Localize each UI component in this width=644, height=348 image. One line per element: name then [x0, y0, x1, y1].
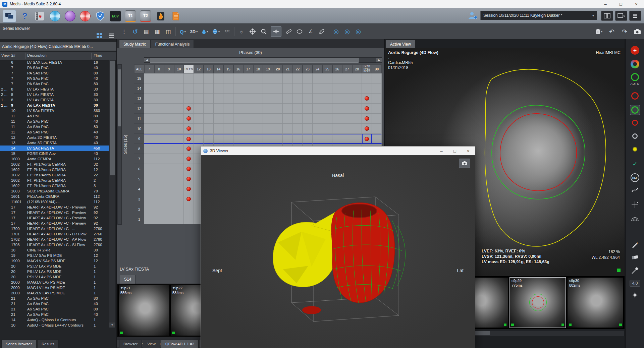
slice-row-header[interactable]: 14 [134, 83, 144, 94]
matrix-cell[interactable] [174, 204, 184, 214]
lv-epi-contour[interactable] [485, 69, 606, 246]
help-icon[interactable]: ? [18, 10, 31, 22]
series-row[interactable]: 1602FT: Ph1/Aorta CEMRA32 [0, 162, 109, 167]
slice-row-header[interactable]: 13 [134, 94, 144, 104]
matrix-cell[interactable] [263, 83, 273, 94]
lv-surface-yellow[interactable] [273, 212, 338, 287]
matrix-cell[interactable] [293, 124, 303, 134]
matrix-cell[interactable] [362, 94, 372, 104]
window-maximize-button[interactable]: □ [613, 0, 629, 8]
matrix-cell[interactable] [223, 94, 233, 104]
matrix-cell[interactable] [174, 94, 184, 104]
matrix-cell[interactable] [233, 104, 244, 114]
matrix-cell[interactable] [184, 184, 194, 194]
matrix-cell[interactable] [263, 73, 273, 83]
leaf-icon[interactable] [318, 26, 326, 37]
pan-icon[interactable] [249, 26, 257, 37]
series-row[interactable]: 7PA SAx PhC40 [0, 76, 109, 81]
qstrain-module-button[interactable] [79, 10, 92, 22]
matrix-cell[interactable] [164, 184, 174, 194]
flow-curves-icon[interactable]: ≈≈ [223, 26, 231, 37]
phase-column-header[interactable]: 19 [263, 64, 273, 73]
matrix-cell[interactable] [154, 124, 164, 134]
slice-row-header[interactable]: 4 [134, 184, 144, 194]
thumbnail-layout-icon[interactable] [95, 32, 104, 39]
scrollbar-thumb[interactable] [118, 69, 121, 126]
series-row[interactable]: 1 ...9Ao LAx FIESTA30 [0, 103, 109, 108]
phases-scrollbar[interactable]: ◀ ▶ [144, 57, 382, 63]
3d-close-button[interactable]: × [462, 147, 475, 155]
matrix-cell[interactable] [144, 164, 154, 174]
matrix-cell[interactable] [184, 164, 194, 174]
matrix-cell[interactable] [313, 134, 323, 144]
matrix-cell[interactable] [164, 94, 174, 104]
matrix-cell[interactable] [342, 104, 352, 114]
matrix-cell[interactable] [223, 114, 233, 124]
series-row[interactable]: 11Ao SAx PhC80 [0, 124, 109, 129]
qmass-module-button[interactable]: ♥ [34, 10, 46, 22]
matrix-cell[interactable] [174, 214, 184, 224]
series-row[interactable]: 17HEART Ax 4DFLOW +C - Preview92 [0, 210, 109, 215]
matrix-cell[interactable] [154, 164, 164, 174]
slice-row-header[interactable]: 5 [134, 174, 144, 184]
matrix-cell[interactable] [164, 124, 174, 134]
qflow-module-button[interactable] [49, 10, 61, 22]
matrix-cell[interactable] [174, 104, 184, 114]
tab-qflow-4d[interactable]: QFlow 4D 1.1 #2 [161, 340, 199, 348]
phase-column-header[interactable]: 13 [204, 64, 214, 73]
matrix-cell[interactable] [233, 73, 244, 83]
matrix-cell[interactable] [303, 94, 313, 104]
session-dropdown[interactable]: Session 10/11/2020 11:11 Kayleigh Dukker… [480, 11, 597, 20]
matrix-cell[interactable] [154, 204, 164, 214]
series-list-scrollbar[interactable]: ▼ [109, 60, 115, 328]
matrix-cell[interactable] [214, 124, 224, 134]
series-row[interactable]: 1603SUB: Ph1/Aorta CEMRA70 [0, 188, 109, 194]
tab-results[interactable]: Results [37, 340, 59, 348]
filmstrip-icon[interactable]: ▦ [153, 26, 161, 37]
t1-module-button[interactable]: T1 [124, 10, 137, 22]
matrix-cell[interactable] [263, 134, 273, 144]
series-row[interactable]: 2000MAG:LV LAx PS MDE1 [0, 280, 109, 285]
series-row[interactable]: 1703HEART Ax 4DFLOW +C - SI Flow2760 [0, 242, 109, 247]
rv-epi-contour[interactable] [492, 105, 585, 199]
matrix-cell[interactable] [164, 214, 174, 224]
series-row[interactable]: 11Ao SAx PhC40 [0, 119, 109, 124]
droplet-icon[interactable]: ▾ [201, 26, 209, 37]
t2-module-button[interactable]: T2 [139, 10, 152, 22]
matrix-cell[interactable] [243, 134, 253, 144]
series-row[interactable]: 2000MAG:LV LAx PS MDE1 [0, 285, 109, 290]
matrix-cell[interactable] [223, 83, 233, 94]
matrix-cell[interactable] [293, 104, 303, 114]
matrix-cell[interactable] [214, 114, 224, 124]
matrix-cell[interactable] [313, 94, 323, 104]
slice-row-header[interactable]: 11 [134, 114, 144, 124]
matrix-cell[interactable] [293, 114, 303, 124]
matrix-cell[interactable] [204, 134, 214, 144]
matrix-cell[interactable] [174, 154, 184, 164]
matrix-cell[interactable] [164, 164, 174, 174]
matrix-cell[interactable] [322, 104, 332, 114]
scrollbar-thumb[interactable] [110, 61, 115, 175]
matrix-cell[interactable] [243, 83, 253, 94]
matrix-cell[interactable] [144, 174, 154, 184]
matrix-cell[interactable] [184, 204, 194, 214]
matrix-cell[interactable] [303, 134, 313, 144]
phase-column-header[interactable]: 15 [223, 64, 233, 73]
brightness-icon[interactable]: ☼ [237, 26, 246, 37]
viewer-module-button[interactable] [3, 10, 16, 22]
report-view-icon[interactable]: ▤ [142, 26, 150, 37]
phase-column-header[interactable]: 23 [303, 64, 313, 73]
lv-endo-contour-button[interactable] [626, 92, 644, 100]
matrix-cell[interactable] [332, 114, 342, 124]
enhance-wand-button[interactable] [626, 292, 644, 298]
needle-tool-button[interactable] [626, 267, 644, 274]
phase-column-header[interactable]: 7 [144, 64, 154, 73]
matrix-cell[interactable] [372, 94, 382, 104]
matrix-cell[interactable] [293, 73, 303, 83]
matrix-cell[interactable] [194, 73, 204, 83]
scroll-right-button[interactable]: ▶ [376, 58, 382, 62]
series-row[interactable]: 2 ...8LV LAx FIESTA30 [0, 92, 109, 97]
series-row[interactable]: 21Ao SAx PhC80 [0, 306, 109, 312]
series-row[interactable]: 18CINE IR 2RR30 [0, 247, 109, 253]
matrix-cell[interactable] [154, 154, 164, 164]
